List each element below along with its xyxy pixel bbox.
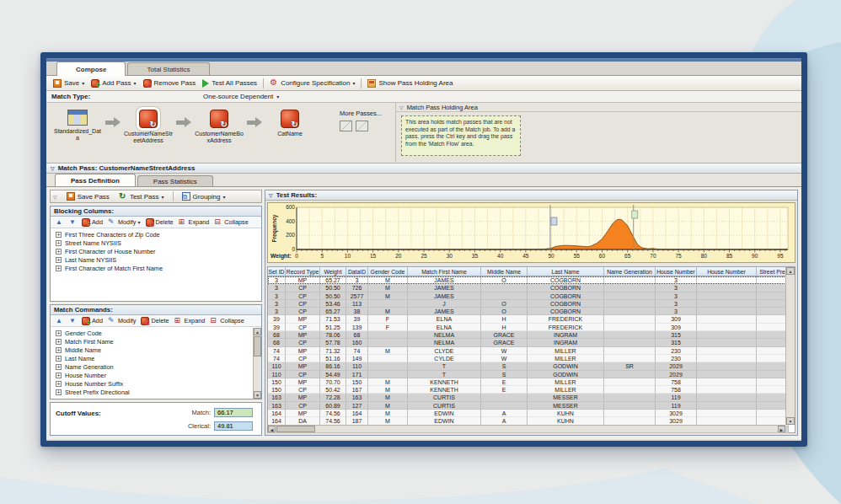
- table-row[interactable]: 163MP72.28163MCURTISMESSER119: [268, 394, 795, 401]
- expand-button[interactable]: Expand: [177, 217, 212, 228]
- tree-expander-icon[interactable]: +: [56, 381, 62, 387]
- table-row[interactable]: 3CP65.2738MJAMESOCOGBORN3: [268, 308, 795, 315]
- tree-expander-icon[interactable]: +: [56, 339, 62, 345]
- move-up-button[interactable]: [53, 217, 65, 228]
- tree-item[interactable]: +Match First Name: [56, 337, 261, 346]
- tab-pass-statistics[interactable]: Pass Statistics: [137, 175, 213, 186]
- column-header[interactable]: Set ID: [268, 267, 286, 276]
- table-row[interactable]: 74CP51.16149CYLDEWMILLER230: [268, 355, 795, 362]
- tree-item[interactable]: +Street Prefix Directional: [56, 388, 261, 396]
- tree-item[interactable]: +Last Name: [56, 354, 261, 362]
- tree-expander-icon[interactable]: +: [56, 364, 62, 370]
- column-header[interactable]: Gender Code: [368, 267, 408, 276]
- scroll-down-icon[interactable]: ▼: [786, 417, 795, 425]
- tree-expander-icon[interactable]: +: [56, 240, 62, 246]
- delete-button[interactable]: Delete: [144, 217, 175, 228]
- pass-thumbnail-icon[interactable]: [340, 121, 352, 131]
- save-button[interactable]: Save▾: [50, 78, 88, 89]
- tab-total-statistics[interactable]: Total Statistics: [127, 62, 209, 75]
- tab-compose[interactable]: Compose: [56, 62, 126, 76]
- tree-expander-icon[interactable]: +: [56, 356, 62, 362]
- column-header[interactable]: Record Type: [286, 267, 320, 276]
- scroll-up-icon[interactable]: ▲: [254, 328, 261, 335]
- clerical-cutoff-slider[interactable]: [551, 217, 557, 225]
- tree-expander-icon[interactable]: +: [56, 347, 62, 353]
- tree-expander-icon[interactable]: +: [56, 330, 62, 336]
- clerical-cutoff-input[interactable]: [214, 421, 253, 431]
- flow-node-source[interactable]: Standardized_Data: [51, 110, 104, 142]
- table-row[interactable]: 39CP51.25139FELNAHFREDERICK309: [268, 324, 795, 331]
- tree-item[interactable]: +Street Name NYSIIS: [56, 239, 261, 247]
- tree-expander-icon[interactable]: +: [56, 249, 62, 255]
- column-header[interactable]: Street Pre: [757, 267, 789, 276]
- move-down-button[interactable]: [67, 217, 78, 228]
- tree-item[interactable]: +Name Generation: [56, 362, 261, 371]
- tree-item[interactable]: +First Character of House Number: [56, 247, 261, 255]
- collapse-button[interactable]: Collapse: [208, 315, 245, 327]
- frequency-histogram[interactable]: 0510152025303540455055606570758085909502…: [267, 202, 795, 263]
- column-header[interactable]: DataID: [346, 267, 368, 276]
- match-cutoff-input[interactable]: [214, 408, 253, 417]
- match-commands-scrollbar[interactable]: ▲ ▼: [253, 328, 261, 399]
- tree-item[interactable]: +House Number Suffix: [56, 379, 261, 388]
- modify-button[interactable]: Modify: [106, 315, 138, 327]
- tree-item[interactable]: +House Number: [56, 371, 261, 379]
- test-pass-button[interactable]: Test Pass▾: [115, 190, 168, 202]
- results-horizontal-scrollbar[interactable]: ◀ ▶: [268, 425, 785, 432]
- move-down-button[interactable]: [67, 315, 78, 327]
- table-row[interactable]: 68CP57.78160NELMAGRACEINGRAM315: [268, 339, 795, 346]
- scrollbar-thumb[interactable]: [254, 336, 261, 357]
- tree-expander-icon[interactable]: +: [56, 232, 62, 238]
- column-header[interactable]: Match First Name: [408, 267, 481, 276]
- collapse-button[interactable]: Collapse: [212, 217, 249, 228]
- configure-specification-button[interactable]: Configure Specification▾: [266, 78, 358, 89]
- column-header[interactable]: Middle Name: [481, 267, 528, 276]
- tree-item[interactable]: +Middle Name: [56, 346, 261, 354]
- save-pass-button[interactable]: Save Pass: [63, 190, 113, 202]
- table-row[interactable]: 3CP50.50726MJAMESCOGBORN3: [268, 284, 795, 292]
- table-row[interactable]: 163CP60.89127MCURTISMESSER119: [268, 402, 795, 410]
- tree-expander-icon[interactable]: +: [56, 398, 62, 399]
- table-row[interactable]: 3CP50.502577MJAMESCOGBORN3: [268, 292, 795, 300]
- flow-node-pass[interactable]: CustomerNameStreetAddress: [122, 110, 174, 144]
- table-row[interactable]: 150MP70.70150MKENNETHEMILLER758: [268, 378, 795, 386]
- modify-button[interactable]: Modify▾: [106, 217, 142, 228]
- match-pass-header[interactable]: ▽ Match Pass: CustomerNameStreetAddress: [46, 163, 801, 174]
- table-row[interactable]: 164MP74.56164MEDWINAKUHN3029: [268, 410, 795, 417]
- scroll-down-icon[interactable]: ▼: [254, 391, 261, 399]
- table-row[interactable]: 3CP53.46113JOCOGBORN3: [268, 300, 795, 308]
- tree-expander-icon[interactable]: +: [56, 373, 62, 378]
- match-type-dropdown[interactable]: One-source Dependent ▾: [203, 93, 279, 100]
- remove-pass-button[interactable]: Remove Pass: [140, 78, 200, 89]
- tree-item[interactable]: +First Three Characters of Zip Code: [56, 230, 261, 239]
- table-row[interactable]: 110CP54.49171TSGODWIN2029: [268, 371, 795, 378]
- tab-pass-definition[interactable]: Pass Definition: [55, 174, 136, 186]
- tree-expander-icon[interactable]: +: [56, 265, 62, 271]
- column-header[interactable]: Last Name: [528, 267, 604, 276]
- pass-thumbnail-icon[interactable]: [356, 121, 368, 131]
- column-header[interactable]: Name Generation: [604, 267, 656, 276]
- scrollbar-thumb[interactable]: [276, 426, 315, 432]
- flow-node-pass[interactable]: CustomerNameBoxAddress: [193, 110, 245, 144]
- table-row[interactable]: 3MP65.273MJAMESOCOGBORN3: [268, 276, 795, 284]
- column-header[interactable]: House Number: [656, 267, 697, 276]
- table-row[interactable]: 74MP71.3274MCLYDEWMILLER230: [268, 347, 795, 355]
- tree-item[interactable]: +First Character of Match First Name: [56, 264, 261, 272]
- move-up-button[interactable]: [53, 315, 65, 327]
- expand-button[interactable]: Expand: [173, 315, 207, 327]
- flow-node-pass[interactable]: CatName: [264, 110, 316, 137]
- results-vertical-scrollbar[interactable]: ▲ ▼: [785, 267, 795, 425]
- add-button[interactable]: Add: [80, 217, 104, 228]
- tree-item[interactable]: +Street Prefix Type: [56, 396, 261, 398]
- table-row[interactable]: 39MP71.5339FELNAHFREDERICK309: [268, 315, 795, 323]
- show-pass-holding-area-button[interactable]: Show Pass Holding Area: [364, 78, 456, 89]
- tree-item[interactable]: +Last Name NYSIIS: [56, 255, 261, 264]
- table-row[interactable]: 150CP50.42167MKENNETHEMILLER758: [268, 386, 795, 394]
- grouping-button[interactable]: Grouping▾: [179, 190, 229, 202]
- add-button[interactable]: Add: [80, 315, 104, 327]
- match-cutoff-slider[interactable]: [632, 211, 638, 218]
- scroll-left-icon[interactable]: ◀: [268, 426, 276, 432]
- column-header[interactable]: House Number: [697, 267, 757, 276]
- holding-area-header[interactable]: ▽ Match Pass Holding Area: [396, 103, 801, 112]
- tree-expander-icon[interactable]: +: [56, 257, 62, 263]
